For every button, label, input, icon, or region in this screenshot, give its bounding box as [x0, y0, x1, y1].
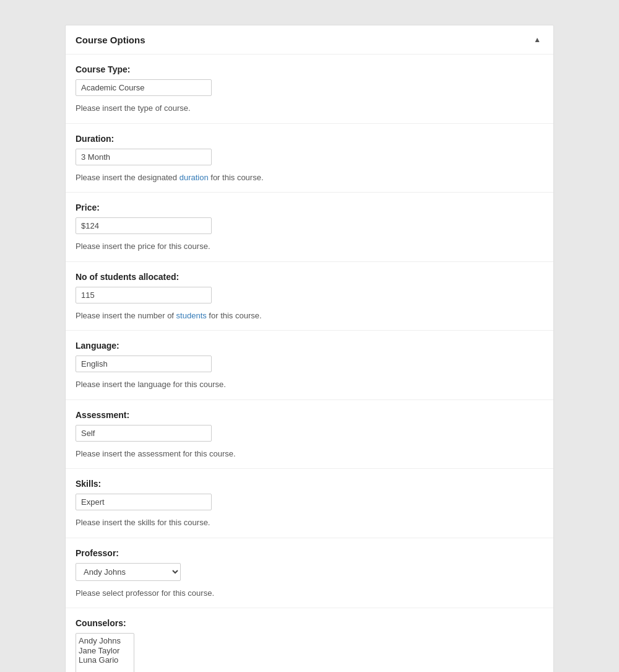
- skills-label: Skills:: [76, 479, 543, 489]
- skills-input[interactable]: [76, 494, 212, 510]
- professor-section: Professor: Andy Johns Jane Taylor Luna G…: [66, 538, 553, 609]
- counselors-select[interactable]: Andy Johns Jane Taylor Luna Gario: [76, 633, 134, 672]
- language-input[interactable]: [76, 356, 212, 372]
- students-input[interactable]: [76, 287, 212, 303]
- skills-section: Skills: Please insert the skills for thi…: [66, 469, 553, 538]
- price-input[interactable]: [76, 217, 212, 234]
- price-section: Price: Please insert the price for this …: [66, 193, 553, 262]
- language-hint: Please insert the language for this cour…: [76, 378, 543, 391]
- counselor-option-andy[interactable]: Andy Johns: [79, 636, 131, 646]
- duration-highlight: duration: [180, 173, 209, 182]
- students-highlight: students: [176, 311, 207, 320]
- course-type-hint: Please insert the type of course.: [76, 102, 543, 115]
- students-label: No of students allocated:: [76, 272, 543, 282]
- course-type-label: Course Type:: [76, 64, 543, 74]
- counselors-label: Counselors:: [76, 618, 543, 628]
- language-label: Language:: [76, 341, 543, 351]
- assessment-hint: Please insert the assessment for this co…: [76, 448, 543, 460]
- panel-title: Course Options: [76, 35, 145, 45]
- course-options-panel: Course Options ▲ Course Type: Please ins…: [65, 25, 554, 672]
- duration-section: Duration: Please insert the designated d…: [66, 124, 553, 193]
- professor-select-wrap: Andy Johns Jane Taylor Luna Gario: [76, 563, 543, 581]
- price-label: Price:: [76, 203, 543, 212]
- skills-hint: Please insert the skills for this course…: [76, 517, 543, 529]
- assessment-section: Assessment: Please insert the assessment…: [66, 400, 553, 469]
- panel-header: Course Options ▲: [66, 25, 553, 55]
- assessment-input[interactable]: [76, 425, 212, 442]
- assessment-label: Assessment:: [76, 410, 543, 420]
- duration-hint: Please insert the designated duration fo…: [76, 172, 543, 184]
- students-section: No of students allocated: Please insert …: [66, 262, 553, 331]
- counselors-section: Counselors: Andy Johns Jane Taylor Luna …: [66, 608, 553, 672]
- price-hint: Please insert the price for this course.: [76, 240, 543, 253]
- professor-label: Professor:: [76, 548, 543, 558]
- professor-hint: Please select professor for this course.: [76, 587, 543, 600]
- students-hint: Please insert the number of students for…: [76, 310, 543, 322]
- panel-toggle-button[interactable]: ▲: [531, 34, 543, 45]
- language-section: Language: Please insert the language for…: [66, 331, 553, 400]
- counselor-option-luna[interactable]: Luna Gario: [79, 655, 131, 665]
- professor-select[interactable]: Andy Johns Jane Taylor Luna Gario: [76, 563, 181, 581]
- course-type-input[interactable]: [76, 79, 212, 96]
- counselor-option-jane[interactable]: Jane Taylor: [79, 646, 131, 656]
- duration-label: Duration:: [76, 134, 543, 144]
- course-type-section: Course Type: Please insert the type of c…: [66, 55, 553, 124]
- duration-input[interactable]: [76, 149, 212, 165]
